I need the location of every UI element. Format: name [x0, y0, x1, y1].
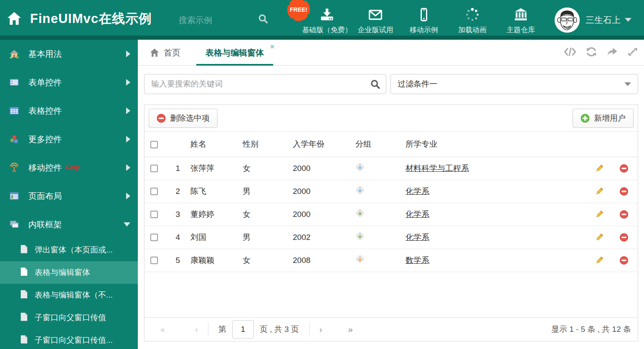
nav-item-label: 主题仓库 — [507, 25, 535, 35]
nav-item-mobile-demo[interactable]: 移动示例 — [400, 0, 448, 40]
tab-home[interactable]: 首页 — [150, 40, 180, 66]
share-icon[interactable] — [606, 46, 618, 59]
prev-page-button[interactable]: ‹ — [195, 325, 198, 334]
page-number-input[interactable] — [232, 320, 254, 339]
delete-icon[interactable] — [619, 233, 629, 242]
grid-header-row: 姓名 性别 入学年份 分组 所学专业 — [145, 132, 638, 157]
table-row: 1 张萍萍 女 2000 材料科学与工程系 — [145, 157, 638, 180]
last-page-button[interactable]: » — [348, 325, 352, 334]
filter-dropdown[interactable]: 过滤条件一 — [390, 74, 638, 94]
cell-year: 2002 — [289, 226, 351, 249]
header-search[interactable]: 搜索示例 — [179, 13, 269, 27]
user-menu[interactable]: 三生石上 — [555, 0, 631, 40]
house-icon — [9, 49, 19, 59]
major-link[interactable]: 数学系 — [406, 256, 429, 265]
column-header-major[interactable]: 所学专业 — [401, 132, 588, 157]
search-icon[interactable] — [370, 79, 380, 91]
layout-icon — [9, 191, 19, 201]
sidebar-subitem-grid-edit-window-no[interactable]: 表格与编辑窗体（不... — [0, 284, 138, 306]
nav-item-label: 企业版试用 — [358, 25, 393, 35]
mail-icon — [368, 5, 383, 22]
row-index: 5 — [164, 249, 186, 272]
nav-item-loading-animation[interactable]: 加载动画 — [448, 0, 497, 40]
tag-icon — [355, 163, 365, 172]
chevron-down-icon — [625, 18, 631, 22]
table-row: 3 董婷婷 女 2000 化学系 — [145, 203, 638, 226]
chevron-right-icon — [126, 107, 130, 114]
sidebar-item-more-controls[interactable]: 更多控件 — [0, 125, 138, 153]
table-row: 5 康颖颖 女 2008 数学系 — [145, 249, 638, 272]
main-content: 首页 表格与编辑窗体 ✕ — [138, 40, 644, 349]
search-icon[interactable] — [258, 13, 269, 26]
sidebar-item-basic-usage[interactable]: 基本用法 — [0, 40, 138, 68]
major-link[interactable]: 化学系 — [406, 233, 429, 242]
bank-icon — [513, 5, 529, 22]
refresh-icon[interactable] — [586, 46, 597, 59]
row-checkbox[interactable] — [150, 234, 158, 241]
home-icon[interactable] — [7, 11, 22, 27]
delete-icon[interactable] — [619, 256, 629, 265]
sidebar-subitem-child-to-parent-2[interactable]: 子窗口向父窗口传值... — [0, 329, 138, 349]
edit-icon[interactable] — [595, 164, 604, 173]
file-icon — [20, 267, 28, 278]
column-header-year[interactable]: 入学年份 — [289, 132, 351, 157]
major-link[interactable]: 化学系 — [406, 187, 429, 196]
app-header: FineUIMvc在线示例 搜索示例 FREE! 基础版（免费） 企业版试用 — [0, 0, 644, 40]
delete-icon[interactable] — [619, 164, 629, 173]
source-code-icon[interactable] — [564, 46, 576, 59]
divider — [208, 322, 208, 336]
first-page-button[interactable]: « — [160, 325, 165, 334]
sidebar-item-grid-controls[interactable]: 表格控件 — [0, 97, 138, 125]
chevron-down-icon — [124, 222, 130, 227]
cell-year: 2008 — [289, 249, 351, 272]
row-checkbox[interactable] — [150, 257, 158, 264]
major-link[interactable]: 材料科学与工程系 — [406, 164, 469, 173]
row-index: 2 — [164, 180, 186, 203]
select-all-checkbox[interactable] — [150, 141, 158, 148]
close-icon[interactable]: ✕ — [269, 43, 275, 51]
nav-item-label: 加载动画 — [458, 25, 487, 35]
tag-icon — [355, 232, 365, 241]
sidebar-subitem-grid-edit-window[interactable]: 表格与编辑窗体 — [0, 261, 138, 284]
table-row: 2 陈飞 男 2000 化学系 — [145, 180, 638, 203]
column-header-group[interactable]: 分组 — [351, 132, 401, 157]
delete-icon[interactable] — [619, 210, 629, 219]
minus-circle-icon — [157, 114, 166, 123]
cell-year: 2000 — [289, 157, 351, 180]
column-header-gender[interactable]: 性别 — [238, 132, 289, 157]
grid-panel: 删除选中项 新增用户 姓名 性别 入学年份 分组 所学专业 — [144, 104, 638, 341]
nav-item-theme-repo[interactable]: 主题仓库 — [497, 0, 545, 40]
column-header-name[interactable]: 姓名 — [186, 132, 238, 157]
delete-selected-button[interactable]: 删除选中项 — [149, 109, 218, 128]
sidebar-subitem-label: 表格与编辑窗体 — [35, 267, 90, 278]
edit-icon[interactable] — [595, 256, 604, 265]
home-icon — [150, 48, 160, 57]
keyword-search-input[interactable] — [144, 74, 386, 94]
sidebar-item-inline-frame[interactable]: 内联框架 — [0, 210, 138, 239]
antenna-icon — [9, 163, 19, 173]
sidebar-item-page-layout[interactable]: 页面布局 — [0, 182, 138, 210]
nav-item-enterprise-trial[interactable]: 企业版试用 — [351, 0, 400, 40]
next-page-button[interactable]: › — [319, 325, 322, 334]
tab-grid-edit-window[interactable]: 表格与编辑窗体 ✕ — [196, 40, 273, 66]
tab-bar: 首页 表格与编辑窗体 ✕ — [138, 40, 644, 66]
sidebar-subitem-popup-window[interactable]: 弹出窗体（本页面或... — [0, 239, 138, 261]
edit-icon[interactable] — [595, 233, 604, 242]
row-checkbox[interactable] — [150, 211, 158, 218]
download-icon — [319, 5, 335, 22]
delete-icon[interactable] — [619, 187, 629, 196]
edit-icon[interactable] — [595, 187, 604, 196]
sidebar-subitem-child-to-parent[interactable]: 子窗口向父窗口传值 — [0, 306, 138, 329]
add-user-button[interactable]: 新增用户 — [573, 109, 634, 128]
expand-icon[interactable] — [627, 46, 638, 59]
sidebar-subitem-label: 弹出窗体（本页面或... — [35, 245, 113, 255]
sidebar-item-form-controls[interactable]: 表单控件 — [0, 68, 138, 97]
button-label: 新增用户 — [594, 113, 626, 124]
row-checkbox[interactable] — [150, 188, 158, 195]
edit-icon[interactable] — [595, 210, 604, 219]
nav-item-basic-edition[interactable]: 基础版（免费） — [303, 0, 351, 40]
row-checkbox[interactable] — [150, 165, 158, 172]
spinner-icon — [465, 5, 480, 22]
major-link[interactable]: 化学系 — [406, 210, 429, 219]
sidebar-item-mobile-controls[interactable]: 移动控件 Corp. — [0, 153, 138, 182]
